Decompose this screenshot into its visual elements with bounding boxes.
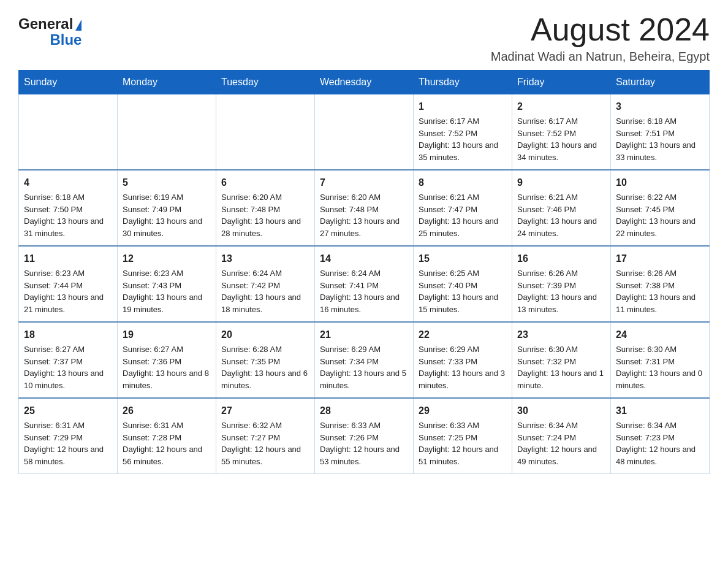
sunset-text: Sunset: 7:29 PM (24, 432, 112, 444)
header-sunday: Sunday (19, 71, 118, 94)
day-number: 4 (24, 175, 112, 190)
daylight-text: Daylight: 13 hours and 33 minutes. (616, 139, 704, 163)
sunset-text: Sunset: 7:37 PM (24, 356, 112, 368)
daylight-text: Daylight: 13 hours and 18 minutes. (221, 291, 309, 315)
day-number: 24 (616, 327, 704, 342)
header-friday: Friday (512, 71, 611, 94)
daylight-text: Daylight: 13 hours and 34 minutes. (517, 139, 605, 163)
daylight-text: Daylight: 13 hours and 31 minutes. (24, 215, 112, 239)
sunrise-text: Sunrise: 6:30 AM (616, 343, 704, 356)
table-row: 4Sunrise: 6:18 AMSunset: 7:50 PMDaylight… (19, 170, 118, 246)
daylight-text: Daylight: 13 hours and 5 minutes. (320, 367, 408, 391)
table-row: 15Sunrise: 6:25 AMSunset: 7:40 PMDayligh… (414, 246, 512, 322)
table-row: 20Sunrise: 6:28 AMSunset: 7:35 PMDayligh… (216, 322, 315, 398)
day-number: 26 (123, 404, 211, 418)
sunrise-text: Sunrise: 6:21 AM (517, 191, 605, 204)
table-row: 6Sunrise: 6:20 AMSunset: 7:48 PMDaylight… (216, 170, 315, 246)
sunrise-text: Sunrise: 6:20 AM (221, 191, 309, 204)
day-number: 5 (123, 175, 211, 190)
day-number: 13 (221, 251, 309, 266)
table-row: 29Sunrise: 6:33 AMSunset: 7:25 PMDayligh… (414, 398, 512, 474)
sunset-text: Sunset: 7:33 PM (419, 356, 507, 368)
location-subtitle: Madinat Wadi an Natrun, Beheira, Egypt (491, 50, 710, 64)
sunset-text: Sunset: 7:44 PM (24, 280, 112, 292)
daylight-text: Daylight: 13 hours and 35 minutes. (419, 139, 507, 163)
day-number: 29 (419, 404, 507, 418)
sunset-text: Sunset: 7:26 PM (320, 432, 408, 444)
day-number: 7 (320, 175, 408, 190)
sunset-text: Sunset: 7:42 PM (221, 280, 309, 292)
sunset-text: Sunset: 7:31 PM (616, 356, 704, 368)
sunset-text: Sunset: 7:28 PM (123, 432, 211, 444)
day-number: 16 (517, 251, 605, 266)
day-number: 23 (517, 327, 605, 342)
table-row (315, 94, 414, 170)
day-number: 21 (320, 327, 408, 342)
table-row: 30Sunrise: 6:34 AMSunset: 7:24 PMDayligh… (512, 398, 611, 474)
sunset-text: Sunset: 7:50 PM (24, 204, 112, 216)
table-row: 22Sunrise: 6:29 AMSunset: 7:33 PMDayligh… (414, 322, 512, 398)
sunrise-text: Sunrise: 6:26 AM (517, 267, 605, 280)
table-row: 16Sunrise: 6:26 AMSunset: 7:39 PMDayligh… (512, 246, 611, 322)
sunrise-text: Sunrise: 6:20 AM (320, 191, 408, 204)
sunrise-text: Sunrise: 6:27 AM (24, 343, 112, 356)
daylight-text: Daylight: 12 hours and 55 minutes. (221, 443, 309, 467)
sunrise-text: Sunrise: 6:34 AM (517, 419, 605, 432)
day-number: 27 (221, 404, 309, 418)
sunset-text: Sunset: 7:35 PM (221, 356, 309, 368)
sunset-text: Sunset: 7:38 PM (616, 280, 704, 292)
sunrise-text: Sunrise: 6:17 AM (517, 115, 605, 128)
sunrise-text: Sunrise: 6:33 AM (320, 419, 408, 432)
table-row: 21Sunrise: 6:29 AMSunset: 7:34 PMDayligh… (315, 322, 414, 398)
table-row: 26Sunrise: 6:31 AMSunset: 7:28 PMDayligh… (118, 398, 216, 474)
daylight-text: Daylight: 13 hours and 15 minutes. (419, 291, 507, 315)
title-block: August 2024 Madinat Wadi an Natrun, Behe… (491, 12, 710, 64)
logo-block: General Blue (18, 16, 82, 48)
day-number: 14 (320, 251, 408, 266)
table-row: 23Sunrise: 6:30 AMSunset: 7:32 PMDayligh… (512, 322, 611, 398)
sunset-text: Sunset: 7:25 PM (419, 432, 507, 444)
header-tuesday: Tuesday (216, 71, 315, 94)
daylight-text: Daylight: 12 hours and 48 minutes. (616, 443, 704, 467)
logo-triangle-icon (75, 20, 82, 31)
table-row: 19Sunrise: 6:27 AMSunset: 7:36 PMDayligh… (118, 322, 216, 398)
daylight-text: Daylight: 13 hours and 3 minutes. (419, 367, 507, 391)
table-row: 8Sunrise: 6:21 AMSunset: 7:47 PMDaylight… (414, 170, 512, 246)
header-monday: Monday (118, 71, 216, 94)
table-row: 12Sunrise: 6:23 AMSunset: 7:43 PMDayligh… (118, 246, 216, 322)
sunset-text: Sunset: 7:39 PM (517, 280, 605, 292)
sunrise-text: Sunrise: 6:23 AM (123, 267, 211, 280)
sunrise-text: Sunrise: 6:21 AM (419, 191, 507, 204)
sunset-text: Sunset: 7:46 PM (517, 204, 605, 216)
table-row (19, 94, 118, 170)
sunrise-text: Sunrise: 6:24 AM (320, 267, 408, 280)
sunset-text: Sunset: 7:27 PM (221, 432, 309, 444)
sunset-text: Sunset: 7:32 PM (517, 356, 605, 368)
daylight-text: Daylight: 12 hours and 51 minutes. (419, 443, 507, 467)
day-number: 3 (616, 99, 704, 114)
day-number: 6 (221, 175, 309, 190)
table-row: 18Sunrise: 6:27 AMSunset: 7:37 PMDayligh… (19, 322, 118, 398)
day-number: 30 (517, 404, 605, 418)
month-title: August 2024 (491, 12, 710, 47)
sunset-text: Sunset: 7:48 PM (320, 204, 408, 216)
sunrise-text: Sunrise: 6:33 AM (419, 419, 507, 432)
sunset-text: Sunset: 7:47 PM (419, 204, 507, 216)
sunset-text: Sunset: 7:34 PM (320, 356, 408, 368)
header-wednesday: Wednesday (315, 71, 414, 94)
sunrise-text: Sunrise: 6:18 AM (24, 191, 112, 204)
daylight-text: Daylight: 13 hours and 21 minutes. (24, 291, 112, 315)
weekday-header-row: Sunday Monday Tuesday Wednesday Thursday… (19, 71, 710, 94)
sunrise-text: Sunrise: 6:30 AM (517, 343, 605, 356)
sunrise-text: Sunrise: 6:31 AM (123, 419, 211, 432)
table-row: 1Sunrise: 6:17 AMSunset: 7:52 PMDaylight… (414, 94, 512, 170)
daylight-text: Daylight: 13 hours and 24 minutes. (517, 215, 605, 239)
daylight-text: Daylight: 13 hours and 8 minutes. (123, 367, 211, 391)
daylight-text: Daylight: 13 hours and 28 minutes. (221, 215, 309, 239)
day-number: 1 (419, 99, 507, 114)
day-number: 19 (123, 327, 211, 342)
daylight-text: Daylight: 13 hours and 10 minutes. (24, 367, 112, 391)
daylight-text: Daylight: 13 hours and 30 minutes. (123, 215, 211, 239)
sunrise-text: Sunrise: 6:32 AM (221, 419, 309, 432)
sunset-text: Sunset: 7:52 PM (517, 128, 605, 140)
